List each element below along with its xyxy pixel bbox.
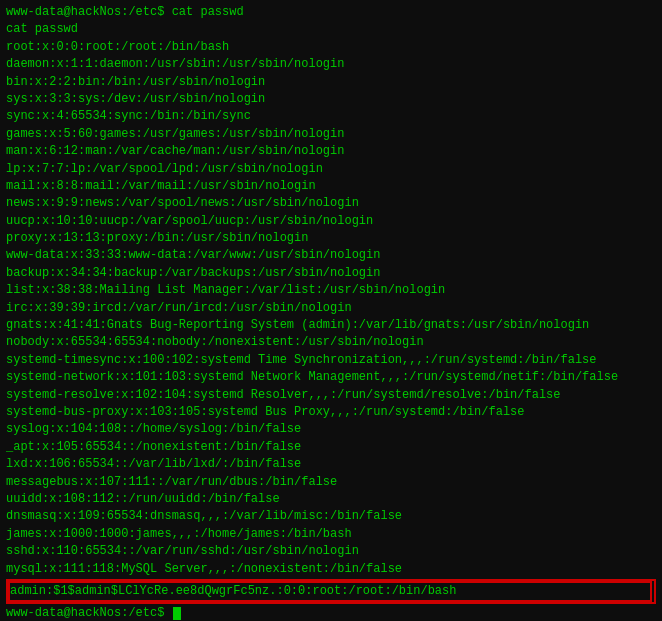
terminal-line: games:x:5:60:games:/usr/games:/usr/sbin/…: [6, 126, 656, 143]
terminal-line: dnsmasq:x:109:65534:dnsmasq,,,:/var/lib/…: [6, 508, 656, 525]
terminal-line: uuidd:x:108:112::/run/uuidd:/bin/false: [6, 491, 656, 508]
terminal-line: news:x:9:9:news:/var/spool/news:/usr/sbi…: [6, 195, 656, 212]
terminal-line: sshd:x:110:65534::/var/run/sshd:/usr/sbi…: [6, 543, 656, 560]
terminal-line: bin:x:2:2:bin:/bin:/usr/sbin/nologin: [6, 74, 656, 91]
terminal-line: messagebus:x:107:111::/var/run/dbus:/bin…: [6, 474, 656, 491]
highlighted-line-wrapper: admin:$1$admin$LClYcRe.ee8dQwgrFc5nz.:0:…: [6, 579, 656, 604]
terminal-line: gnats:x:41:41:Gnats Bug-Reporting System…: [6, 317, 656, 334]
terminal-line: irc:x:39:39:ircd:/var/run/ircd:/usr/sbin…: [6, 300, 656, 317]
terminal-line: lp:x:7:7:lp:/var/spool/lpd:/usr/sbin/nol…: [6, 161, 656, 178]
terminal-line: mail:x:8:8:mail:/var/mail:/usr/sbin/nolo…: [6, 178, 656, 195]
terminal-line: mysql:x:111:118:MySQL Server,,,:/nonexis…: [6, 561, 656, 578]
terminal-line: proxy:x:13:13:proxy:/bin:/usr/sbin/nolog…: [6, 230, 656, 247]
terminal-line: man:x:6:12:man:/var/cache/man:/usr/sbin/…: [6, 143, 656, 160]
terminal-line: www-data@hackNos:/etc$ cat passwd: [6, 4, 656, 21]
highlighted-line: admin:$1$admin$LClYcRe.ee8dQwgrFc5nz.:0:…: [8, 581, 652, 602]
terminal-line: systemd-resolve:x:102:104:systemd Resolv…: [6, 387, 656, 404]
terminal-window: www-data@hackNos:/etc$ cat passwdcat pas…: [0, 0, 662, 621]
terminal-line: james:x:1000:1000:james,,,:/home/james:/…: [6, 526, 656, 543]
terminal-line: www-data:x:33:33:www-data:/var/www:/usr/…: [6, 247, 656, 264]
terminal-line: syslog:x:104:108::/home/syslog:/bin/fals…: [6, 421, 656, 438]
terminal-line: systemd-timesync:x:100:102:systemd Time …: [6, 352, 656, 369]
cursor: [173, 607, 181, 620]
terminal-line: list:x:38:38:Mailing List Manager:/var/l…: [6, 282, 656, 299]
terminal-line: cat passwd: [6, 21, 656, 38]
terminal-line: root:x:0:0:root:/root:/bin/bash: [6, 39, 656, 56]
terminal-line: lxd:x:106:65534::/var/lib/lxd/:/bin/fals…: [6, 456, 656, 473]
terminal-line: nobody:x:65534:65534:nobody:/nonexistent…: [6, 334, 656, 351]
terminal-line: uucp:x:10:10:uucp:/var/spool/uucp:/usr/s…: [6, 213, 656, 230]
terminal-line: systemd-bus-proxy:x:103:105:systemd Bus …: [6, 404, 656, 421]
terminal-line: sys:x:3:3:sys:/dev:/usr/sbin/nologin: [6, 91, 656, 108]
terminal-line: daemon:x:1:1:daemon:/usr/sbin:/usr/sbin/…: [6, 56, 656, 73]
terminal-line: _apt:x:105:65534::/nonexistent:/bin/fals…: [6, 439, 656, 456]
last-prompt-line: www-data@hackNos:/etc$: [6, 605, 656, 621]
terminal-line: backup:x:34:34:backup:/var/backups:/usr/…: [6, 265, 656, 282]
terminal-line: systemd-network:x:101:103:systemd Networ…: [6, 369, 656, 386]
terminal-line: sync:x:4:65534:sync:/bin:/bin/sync: [6, 108, 656, 125]
